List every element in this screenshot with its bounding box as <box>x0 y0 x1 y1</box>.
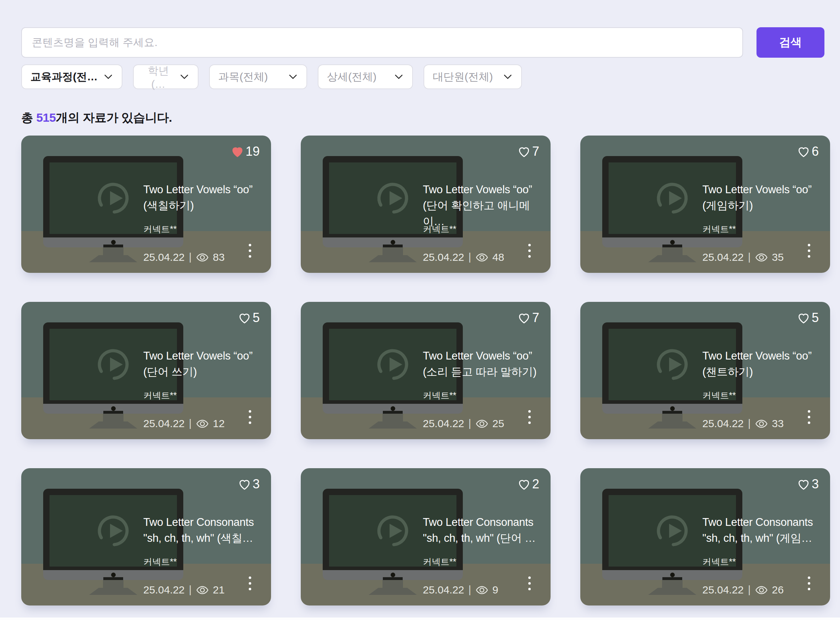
views-eye-icon <box>755 419 768 429</box>
card-meta: 25.04.22 | 83 <box>143 251 225 263</box>
view-count: 9 <box>493 584 499 596</box>
like-count: 5 <box>252 310 260 325</box>
card-author: 커넥트** <box>702 223 736 235</box>
content-card[interactable]: 5 Two Letter Vowels “oo” (챈트하기) 커넥트** 25… <box>580 302 830 439</box>
monitor-stand-neck <box>103 580 123 588</box>
like-badge[interactable]: 3 <box>237 477 260 492</box>
filter-dropdown-4[interactable]: 대단원(전체) <box>424 65 522 89</box>
content-card[interactable]: 2 Two Letter Consonants "sh, ch, th, wh"… <box>301 468 551 605</box>
content-card[interactable]: 19 Two Letter Vowels “oo” (색칠하기) 커넥트** 2… <box>21 135 271 273</box>
monitor-logo-dot <box>111 406 116 411</box>
like-badge[interactable]: 2 <box>517 477 539 492</box>
like-badge[interactable]: 6 <box>796 144 819 159</box>
like-badge[interactable]: 7 <box>517 310 539 325</box>
more-options-button[interactable] <box>243 239 257 262</box>
meta-divider: | <box>469 584 471 596</box>
monitor-chin <box>602 404 742 414</box>
kebab-dot <box>808 244 810 246</box>
filter-dropdown-1[interactable]: 학년(… <box>133 65 198 89</box>
more-options-button[interactable] <box>243 572 257 595</box>
more-options-button[interactable] <box>522 405 536 429</box>
like-count: 5 <box>812 310 819 325</box>
monitor-stand-slot <box>383 577 403 580</box>
content-card[interactable]: 3 Two Letter Consonants "sh, ch, th, wh"… <box>21 468 271 605</box>
card-meta: 25.04.22 | 35 <box>702 251 784 263</box>
heart-icon <box>796 144 811 158</box>
heart-icon <box>796 477 811 491</box>
views-eye-icon <box>196 419 209 429</box>
monitor-stand-slot <box>383 411 403 414</box>
kebab-dot <box>528 582 531 585</box>
view-count: 83 <box>213 251 225 263</box>
like-badge[interactable]: 5 <box>796 310 819 325</box>
views-eye-icon <box>476 419 488 429</box>
monitor-stand-neck <box>662 414 682 421</box>
card-date: 25.04.22 <box>423 584 464 596</box>
kebab-dot <box>808 255 810 257</box>
content-card[interactable]: 6 Two Letter Vowels “oo” (게임하기) 커넥트** 25… <box>580 135 830 273</box>
monitor-stand-base <box>369 588 417 595</box>
content-card[interactable]: 7 Two Letter Vowels “oo” (소리 듣고 따라 말하기) … <box>301 302 551 439</box>
card-date: 25.04.22 <box>423 418 464 430</box>
more-options-button[interactable] <box>802 572 816 595</box>
kebab-dot <box>528 255 531 257</box>
card-title: Two Letter Vowels “oo” (게임하기) <box>702 182 823 214</box>
monitor-chin <box>602 238 742 247</box>
like-badge[interactable]: 5 <box>237 310 260 325</box>
card-meta: 25.04.22 | 12 <box>143 417 225 430</box>
content-card[interactable]: 3 Two Letter Consonants "sh, ch, th, wh"… <box>580 468 830 605</box>
views-eye-icon <box>755 253 768 262</box>
heart-icon <box>237 477 252 491</box>
monitor-stand-neck <box>662 247 682 255</box>
view-count: 48 <box>493 251 504 263</box>
meta-divider: | <box>189 417 192 429</box>
like-badge[interactable]: 3 <box>796 477 819 492</box>
card-meta: 25.04.22 | 48 <box>423 251 504 263</box>
kebab-dot <box>249 582 251 585</box>
monitor-chin <box>323 570 463 580</box>
card-date: 25.04.22 <box>702 584 744 596</box>
kebab-dot <box>808 250 810 252</box>
kebab-dot <box>528 250 531 252</box>
like-count: 6 <box>812 144 819 159</box>
results-suffix: 개의 자료가 있습니다. <box>56 111 172 124</box>
content-card[interactable]: 5 Two Letter Vowels “oo” (단어 쓰기) 커넥트** 2… <box>21 302 271 439</box>
kebab-dot <box>808 582 810 585</box>
filter-dropdown-0[interactable]: 교육과정(전… <box>21 65 122 89</box>
chevron-down-icon <box>288 72 298 82</box>
views-eye-icon <box>196 585 209 595</box>
play-icon <box>92 343 135 386</box>
monitor-chin <box>323 238 463 247</box>
meta-divider: | <box>189 584 192 596</box>
monitor-stand-neck <box>383 580 403 588</box>
monitor-stand-base <box>648 421 696 429</box>
monitor-chin <box>323 404 463 414</box>
more-options-button[interactable] <box>243 405 257 429</box>
filter-dropdown-3[interactable]: 상세(전체) <box>318 65 413 89</box>
monitor-stand-base <box>648 588 696 595</box>
more-options-button[interactable] <box>802 405 816 429</box>
views-eye-icon <box>476 253 488 262</box>
monitor-logo-dot <box>670 406 675 411</box>
card-date: 25.04.22 <box>423 251 464 263</box>
card-author: 커넥트** <box>423 390 456 401</box>
more-options-button[interactable] <box>802 239 816 262</box>
like-count: 3 <box>252 477 260 492</box>
play-icon <box>92 177 135 220</box>
play-icon <box>371 343 414 386</box>
content-card[interactable]: 7 Two Letter Vowels “oo” (단어 확인하고 애니메이… … <box>301 135 551 273</box>
like-badge[interactable]: 7 <box>517 144 539 159</box>
search-button[interactable]: 검색 <box>756 27 825 58</box>
kebab-dot <box>249 576 251 579</box>
monitor-stand-neck <box>383 247 403 255</box>
more-options-button[interactable] <box>522 572 536 595</box>
meta-divider: | <box>469 251 471 263</box>
filter-dropdown-2[interactable]: 과목(전체) <box>209 65 307 89</box>
kebab-dot <box>808 410 810 412</box>
monitor-chin <box>43 404 183 414</box>
view-count: 12 <box>213 418 225 430</box>
search-input[interactable] <box>21 27 743 58</box>
card-author: 커넥트** <box>423 223 456 235</box>
like-badge[interactable]: 19 <box>230 144 260 159</box>
more-options-button[interactable] <box>522 239 536 262</box>
